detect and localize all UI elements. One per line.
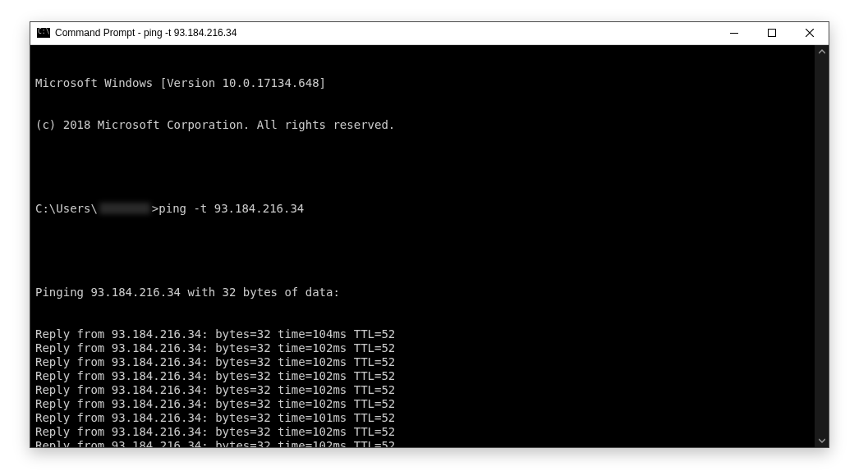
prompt-suffix: > [152, 202, 158, 216]
console-output[interactable]: Microsoft Windows [Version 10.0.17134.64… [30, 45, 815, 447]
minimize-button[interactable] [715, 22, 753, 44]
ping-reply-line: Reply from 93.184.216.34: bytes=32 time=… [35, 383, 810, 397]
minimize-icon [730, 33, 738, 34]
scroll-down-button[interactable] [815, 433, 829, 447]
window-controls [715, 22, 829, 44]
prompt-prefix: C:\Users\ [35, 202, 98, 216]
chevron-down-icon [819, 437, 825, 444]
console-line: Pinging 93.184.216.34 with 32 bytes of d… [35, 286, 810, 300]
maximize-icon [768, 29, 776, 37]
ping-reply-line: Reply from 93.184.216.34: bytes=32 time=… [35, 355, 810, 369]
console-blank-line [35, 244, 810, 258]
titlebar[interactable]: Command Prompt - ping -t 93.184.216.34 [30, 22, 829, 45]
command-prompt-window: Command Prompt - ping -t 93.184.216.34 M… [30, 21, 829, 448]
vertical-scrollbar[interactable] [815, 45, 829, 447]
ping-reply-line: Reply from 93.184.216.34: bytes=32 time=… [35, 369, 810, 383]
redacted-username [99, 203, 150, 214]
scroll-up-button[interactable] [815, 45, 829, 59]
ping-reply-line: Reply from 93.184.216.34: bytes=32 time=… [35, 425, 810, 439]
console-line: (c) 2018 Microsoft Corporation. All righ… [35, 118, 810, 132]
entered-command: ping -t 93.184.216.34 [158, 202, 304, 216]
ping-reply-line: Reply from 93.184.216.34: bytes=32 time=… [35, 327, 810, 341]
ping-reply-line: Reply from 93.184.216.34: bytes=32 time=… [35, 341, 810, 355]
command-prompt-icon [37, 28, 50, 38]
ping-reply-line: Reply from 93.184.216.34: bytes=32 time=… [35, 397, 810, 411]
ping-replies: Reply from 93.184.216.34: bytes=32 time=… [35, 327, 810, 447]
maximize-button[interactable] [753, 22, 791, 44]
close-icon [806, 29, 814, 37]
ping-reply-line: Reply from 93.184.216.34: bytes=32 time=… [35, 411, 810, 425]
console-blank-line [35, 160, 810, 174]
chevron-up-icon [819, 48, 825, 55]
ping-reply-line: Reply from 93.184.216.34: bytes=32 time=… [35, 439, 810, 447]
console-line: Microsoft Windows [Version 10.0.17134.64… [35, 76, 810, 90]
svg-rect-0 [730, 33, 738, 34]
close-button[interactable] [791, 22, 829, 44]
console-prompt-line: C:\Users\>ping -t 93.184.216.34 [35, 202, 810, 216]
window-title: Command Prompt - ping -t 93.184.216.34 [55, 27, 715, 39]
svg-rect-1 [769, 30, 776, 37]
